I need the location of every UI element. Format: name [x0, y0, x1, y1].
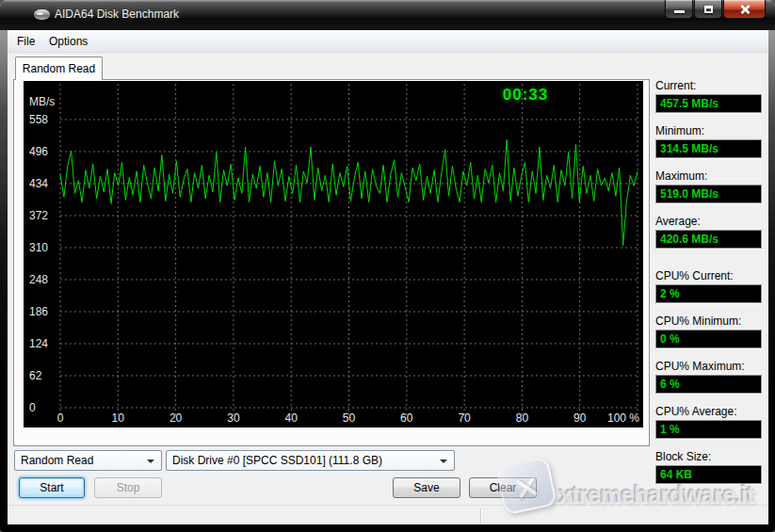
svg-text:496: 496: [29, 145, 48, 158]
tab-random-read[interactable]: Random Read: [15, 56, 103, 80]
menu-bar: File Options: [8, 30, 768, 53]
stat-block-size: Block Size: 64 KB: [655, 450, 764, 486]
maximize-icon: [704, 6, 713, 13]
close-button[interactable]: [723, 0, 766, 19]
stat-label: Maximum:: [655, 169, 764, 184]
stat-maximum: Maximum: 519.0 MB/s: [655, 169, 764, 205]
svg-text:MB/s: MB/s: [29, 95, 55, 108]
svg-text:248: 248: [29, 273, 48, 286]
svg-text:80: 80: [516, 411, 529, 425]
stat-cpu-current: CPU% Current: 2 %: [655, 269, 764, 305]
stat-label: CPU% Average:: [655, 405, 764, 419]
stat-value: 314.5 MB/s: [655, 139, 762, 158]
stat-value: 457.5 MB/s: [655, 94, 762, 113]
stat-average: Average: 420.6 MB/s: [655, 215, 764, 250]
menu-file[interactable]: File: [9, 33, 42, 50]
stop-button[interactable]: Stop: [94, 477, 162, 498]
svg-text:40: 40: [285, 411, 299, 425]
stat-label: Minimum:: [655, 124, 764, 138]
client-area: File Options Random Read 062124186248310…: [8, 30, 768, 524]
stat-value: 6 %: [655, 375, 762, 394]
svg-text:310: 310: [29, 241, 48, 254]
stat-value: 519.0 MB/s: [655, 185, 762, 203]
svg-text:372: 372: [29, 209, 48, 222]
svg-text:100 %: 100 %: [607, 411, 639, 425]
benchmark-chart: 0621241862483103724344965580102030405060…: [24, 81, 643, 427]
svg-text:186: 186: [29, 305, 48, 318]
stat-label: CPU% Current:: [655, 269, 764, 283]
minimize-button[interactable]: [665, 0, 693, 19]
stat-value: 1 %: [655, 420, 762, 439]
minimize-icon: [674, 10, 685, 13]
app-disk-icon: [34, 9, 50, 20]
maximize-button[interactable]: [694, 0, 722, 19]
stat-label: CPU% Minimum:: [655, 314, 764, 329]
elapsed-time: 00:33: [431, 86, 620, 105]
clear-button[interactable]: Clear: [469, 477, 537, 498]
window-title: AIDA64 Disk Benchmark: [55, 8, 179, 21]
save-button[interactable]: Save: [393, 477, 460, 498]
chart-canvas: 0621241862483103724344965580102030405060…: [24, 81, 643, 427]
start-button[interactable]: Start: [19, 477, 85, 498]
stat-current: Current: 457.5 MB/s: [655, 79, 764, 115]
stat-value: 2 %: [655, 284, 762, 303]
title-bar[interactable]: AIDA64 Disk Benchmark: [0, 0, 775, 30]
stat-cpu-average: CPU% Average: 1 %: [655, 405, 764, 441]
app-window: AIDA64 Disk Benchmark File Options Rando…: [0, 0, 775, 532]
chevron-down-icon: [147, 459, 154, 463]
svg-text:90: 90: [573, 411, 587, 425]
benchmark-type-select[interactable]: Random Read: [14, 450, 162, 471]
svg-text:0: 0: [57, 411, 64, 425]
svg-text:62: 62: [29, 369, 42, 382]
stat-label: Average:: [655, 215, 764, 229]
svg-text:434: 434: [29, 177, 48, 190]
stat-value: 64 KB: [655, 465, 762, 484]
drive-value: Disk Drive #0 [SPCC SSD101] (111.8 GB): [172, 454, 382, 467]
status-bar: [8, 505, 768, 524]
svg-text:20: 20: [170, 411, 183, 425]
svg-text:70: 70: [458, 411, 471, 425]
svg-text:60: 60: [400, 411, 413, 425]
svg-text:30: 30: [227, 411, 240, 425]
close-icon: [739, 4, 751, 15]
stat-label: Current:: [655, 79, 764, 93]
stat-minimum: Minimum: 314.5 MB/s: [655, 124, 764, 160]
stat-value: 420.6 MB/s: [655, 230, 762, 249]
svg-text:10: 10: [112, 411, 125, 425]
svg-text:124: 124: [29, 337, 48, 350]
stat-cpu-maximum: CPU% Maximum: 6 %: [655, 360, 764, 395]
benchmark-type-value: Random Read: [21, 454, 93, 467]
stat-label: CPU% Maximum:: [655, 360, 764, 374]
menu-options[interactable]: Options: [41, 33, 95, 50]
stat-value: 0 %: [655, 330, 762, 348]
svg-text:50: 50: [343, 411, 356, 425]
svg-text:558: 558: [29, 113, 48, 126]
chevron-down-icon: [440, 459, 447, 463]
drive-select[interactable]: Disk Drive #0 [SPCC SSD101] (111.8 GB): [166, 450, 455, 471]
status-bar-divider: [480, 508, 481, 523]
stat-cpu-minimum: CPU% Minimum: 0 %: [655, 314, 764, 350]
svg-text:0: 0: [29, 401, 36, 414]
stat-label: Block Size:: [655, 450, 764, 464]
